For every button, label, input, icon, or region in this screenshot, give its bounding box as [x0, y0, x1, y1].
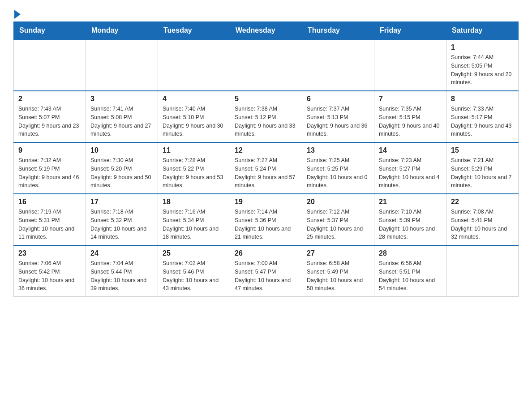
day-number: 7	[379, 95, 442, 103]
day-number: 25	[163, 249, 225, 257]
calendar-cell	[302, 39, 374, 91]
day-info: Sunrise: 6:56 AM Sunset: 5:51 PM Dayligh…	[379, 259, 442, 293]
calendar-table: SundayMondayTuesdayWednesdayThursdayFrid…	[13, 21, 519, 297]
day-info: Sunrise: 7:37 AM Sunset: 5:13 PM Dayligh…	[307, 105, 369, 138]
calendar-cell: 7Sunrise: 7:35 AM Sunset: 5:15 PM Daylig…	[374, 91, 446, 142]
calendar-week-2: 9Sunrise: 7:32 AM Sunset: 5:19 PM Daylig…	[14, 142, 519, 194]
logo	[13, 9, 21, 17]
day-number: 5	[235, 95, 297, 103]
calendar-cell	[86, 39, 158, 91]
day-info: Sunrise: 7:41 AM Sunset: 5:08 PM Dayligh…	[90, 105, 153, 138]
calendar-week-3: 16Sunrise: 7:19 AM Sunset: 5:31 PM Dayli…	[14, 194, 519, 245]
calendar-week-1: 2Sunrise: 7:43 AM Sunset: 5:07 PM Daylig…	[14, 91, 519, 142]
day-info: Sunrise: 7:16 AM Sunset: 5:34 PM Dayligh…	[163, 208, 225, 241]
header-thursday: Thursday	[302, 22, 374, 40]
header-tuesday: Tuesday	[158, 22, 230, 40]
calendar-cell: 19Sunrise: 7:14 AM Sunset: 5:36 PM Dayli…	[230, 194, 302, 245]
calendar-cell: 18Sunrise: 7:16 AM Sunset: 5:34 PM Dayli…	[158, 194, 230, 245]
calendar-cell: 25Sunrise: 7:02 AM Sunset: 5:46 PM Dayli…	[158, 245, 230, 297]
day-number: 2	[18, 95, 81, 103]
day-info: Sunrise: 7:23 AM Sunset: 5:27 PM Dayligh…	[379, 156, 442, 190]
calendar-body: 1Sunrise: 7:44 AM Sunset: 5:05 PM Daylig…	[14, 39, 519, 297]
header-sunday: Sunday	[14, 22, 86, 40]
calendar-cell	[446, 245, 519, 297]
header-monday: Monday	[86, 22, 158, 40]
day-number: 19	[235, 198, 297, 206]
calendar-cell: 13Sunrise: 7:25 AM Sunset: 5:25 PM Dayli…	[302, 142, 374, 194]
day-number: 22	[451, 198, 514, 206]
day-info: Sunrise: 7:18 AM Sunset: 5:32 PM Dayligh…	[90, 208, 153, 241]
calendar-cell: 15Sunrise: 7:21 AM Sunset: 5:29 PM Dayli…	[446, 142, 519, 194]
header-row: SundayMondayTuesdayWednesdayThursdayFrid…	[14, 22, 519, 40]
day-number: 1	[451, 43, 514, 51]
day-info: Sunrise: 7:10 AM Sunset: 5:39 PM Dayligh…	[379, 208, 442, 241]
day-number: 3	[90, 95, 153, 103]
day-number: 16	[18, 198, 81, 206]
day-number: 6	[307, 95, 369, 103]
day-info: Sunrise: 7:14 AM Sunset: 5:36 PM Dayligh…	[235, 208, 297, 241]
calendar-header: SundayMondayTuesdayWednesdayThursdayFrid…	[14, 22, 519, 40]
calendar-cell	[230, 39, 302, 91]
day-info: Sunrise: 7:35 AM Sunset: 5:15 PM Dayligh…	[379, 105, 442, 138]
day-info: Sunrise: 7:02 AM Sunset: 5:46 PM Dayligh…	[163, 259, 225, 293]
day-info: Sunrise: 7:00 AM Sunset: 5:47 PM Dayligh…	[235, 259, 297, 293]
calendar-cell: 27Sunrise: 6:58 AM Sunset: 5:49 PM Dayli…	[302, 245, 374, 297]
calendar-cell: 9Sunrise: 7:32 AM Sunset: 5:19 PM Daylig…	[14, 142, 86, 194]
header-wednesday: Wednesday	[230, 22, 302, 40]
header-friday: Friday	[374, 22, 446, 40]
calendar-cell: 20Sunrise: 7:12 AM Sunset: 5:37 PM Dayli…	[302, 194, 374, 245]
day-number: 11	[163, 146, 225, 154]
calendar-cell: 6Sunrise: 7:37 AM Sunset: 5:13 PM Daylig…	[302, 91, 374, 142]
calendar-cell	[374, 39, 446, 91]
day-number: 9	[18, 146, 81, 154]
calendar-week-0: 1Sunrise: 7:44 AM Sunset: 5:05 PM Daylig…	[14, 39, 519, 91]
calendar-cell: 5Sunrise: 7:38 AM Sunset: 5:12 PM Daylig…	[230, 91, 302, 142]
logo-arrow-icon	[14, 10, 21, 19]
day-info: Sunrise: 6:58 AM Sunset: 5:49 PM Dayligh…	[307, 259, 369, 293]
day-info: Sunrise: 7:04 AM Sunset: 5:44 PM Dayligh…	[90, 259, 153, 293]
day-number: 17	[90, 198, 153, 206]
day-info: Sunrise: 7:27 AM Sunset: 5:24 PM Dayligh…	[235, 156, 297, 190]
calendar-cell: 11Sunrise: 7:28 AM Sunset: 5:22 PM Dayli…	[158, 142, 230, 194]
day-number: 12	[235, 146, 297, 154]
day-info: Sunrise: 7:25 AM Sunset: 5:25 PM Dayligh…	[307, 156, 369, 190]
day-number: 8	[451, 95, 514, 103]
day-number: 28	[379, 249, 442, 257]
day-info: Sunrise: 7:30 AM Sunset: 5:20 PM Dayligh…	[90, 156, 153, 190]
day-number: 27	[307, 249, 369, 257]
day-number: 23	[18, 249, 81, 257]
day-info: Sunrise: 7:28 AM Sunset: 5:22 PM Dayligh…	[163, 156, 225, 190]
day-number: 14	[379, 146, 442, 154]
day-info: Sunrise: 7:06 AM Sunset: 5:42 PM Dayligh…	[18, 259, 81, 293]
day-number: 4	[163, 95, 225, 103]
day-info: Sunrise: 7:40 AM Sunset: 5:10 PM Dayligh…	[163, 105, 225, 138]
day-info: Sunrise: 7:43 AM Sunset: 5:07 PM Dayligh…	[18, 105, 81, 138]
day-number: 20	[307, 198, 369, 206]
calendar-cell: 23Sunrise: 7:06 AM Sunset: 5:42 PM Dayli…	[14, 245, 86, 297]
calendar-cell	[158, 39, 230, 91]
day-info: Sunrise: 7:19 AM Sunset: 5:31 PM Dayligh…	[18, 208, 81, 241]
calendar-week-4: 23Sunrise: 7:06 AM Sunset: 5:42 PM Dayli…	[14, 245, 519, 297]
day-number: 21	[379, 198, 442, 206]
day-info: Sunrise: 7:33 AM Sunset: 5:17 PM Dayligh…	[451, 105, 514, 138]
day-number: 26	[235, 249, 297, 257]
day-info: Sunrise: 7:32 AM Sunset: 5:19 PM Dayligh…	[18, 156, 81, 190]
calendar-cell	[14, 39, 86, 91]
calendar-cell: 8Sunrise: 7:33 AM Sunset: 5:17 PM Daylig…	[446, 91, 519, 142]
calendar-cell: 22Sunrise: 7:08 AM Sunset: 5:41 PM Dayli…	[446, 194, 519, 245]
calendar-cell: 14Sunrise: 7:23 AM Sunset: 5:27 PM Dayli…	[374, 142, 446, 194]
calendar-cell: 17Sunrise: 7:18 AM Sunset: 5:32 PM Dayli…	[86, 194, 158, 245]
day-number: 18	[163, 198, 225, 206]
calendar-cell: 16Sunrise: 7:19 AM Sunset: 5:31 PM Dayli…	[14, 194, 86, 245]
calendar-cell: 1Sunrise: 7:44 AM Sunset: 5:05 PM Daylig…	[446, 39, 519, 91]
calendar-cell: 24Sunrise: 7:04 AM Sunset: 5:44 PM Dayli…	[86, 245, 158, 297]
calendar-cell: 28Sunrise: 6:56 AM Sunset: 5:51 PM Dayli…	[374, 245, 446, 297]
day-info: Sunrise: 7:21 AM Sunset: 5:29 PM Dayligh…	[451, 156, 514, 190]
day-info: Sunrise: 7:08 AM Sunset: 5:41 PM Dayligh…	[451, 208, 514, 241]
day-number: 15	[451, 146, 514, 154]
calendar-cell: 2Sunrise: 7:43 AM Sunset: 5:07 PM Daylig…	[14, 91, 86, 142]
day-number: 24	[90, 249, 153, 257]
day-number: 10	[90, 146, 153, 154]
day-info: Sunrise: 7:38 AM Sunset: 5:12 PM Dayligh…	[235, 105, 297, 138]
page-header	[13, 9, 519, 17]
